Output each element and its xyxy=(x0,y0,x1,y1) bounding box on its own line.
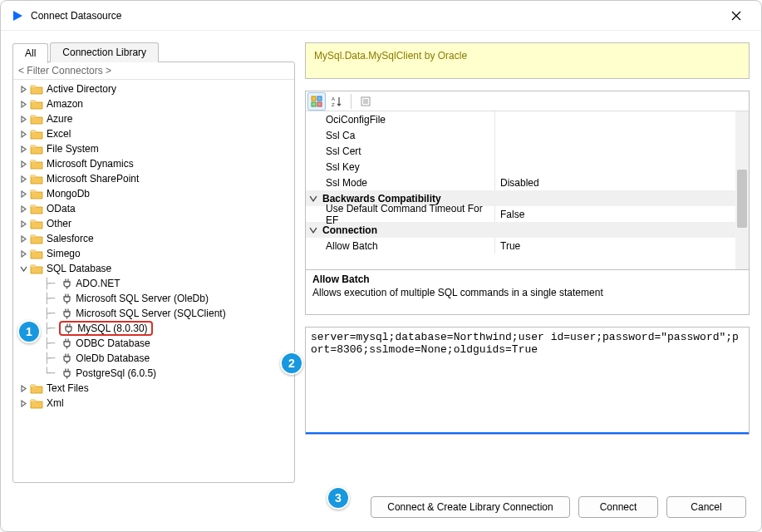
tree-folder-label: OData xyxy=(47,203,76,214)
chevron-down-icon[interactable] xyxy=(309,195,317,203)
chevron-right-icon[interactable] xyxy=(18,190,28,198)
tree-folder[interactable]: Amazon xyxy=(13,96,294,111)
chevron-right-icon[interactable] xyxy=(18,205,28,213)
property-value[interactable] xyxy=(495,111,749,127)
property-row[interactable]: Ssl Cert xyxy=(306,143,749,159)
tree-line: ├─ xyxy=(28,278,59,289)
property-category-header[interactable]: Connection xyxy=(306,222,749,238)
tree-item[interactable]: ├─ Microsoft SQL Server (SQLClient) xyxy=(13,306,294,321)
chevron-right-icon[interactable] xyxy=(18,101,28,108)
property-grid-toolbar: A Z xyxy=(306,91,749,111)
tree-folder[interactable]: File System xyxy=(13,141,294,156)
filter-connectors-input[interactable]: < Filter Connectors > xyxy=(13,62,294,80)
svg-text:Z: Z xyxy=(332,102,335,107)
tree-item[interactable]: ├─ OleDb Database xyxy=(13,351,294,366)
property-row[interactable]: Ssl Key xyxy=(306,159,749,175)
property-value[interactable] xyxy=(495,127,749,143)
titlebar: Connect Datasource xyxy=(1,1,761,31)
chevron-right-icon[interactable] xyxy=(18,220,28,228)
chevron-right-icon[interactable] xyxy=(18,385,28,392)
property-name: Ssl Cert xyxy=(306,143,495,159)
folder-icon xyxy=(30,158,43,170)
folder-icon xyxy=(30,203,43,214)
tree-folder[interactable]: Azure xyxy=(13,111,294,126)
close-button[interactable] xyxy=(721,1,751,31)
connector-tree[interactable]: Active DirectoryAmazonAzureExcelFile Sys… xyxy=(13,80,294,482)
property-row[interactable]: Allow BatchTrue xyxy=(306,238,749,254)
property-grid-scrollbar[interactable] xyxy=(735,111,749,269)
scrollbar-thumb[interactable] xyxy=(737,170,747,228)
tree-folder[interactable]: Simego xyxy=(13,246,294,261)
property-grid-container: A Z OciCon xyxy=(305,91,750,315)
tab-all[interactable]: All xyxy=(12,43,48,63)
chevron-right-icon[interactable] xyxy=(18,86,28,93)
property-row[interactable]: Use Default Command Timeout For EFFalse xyxy=(306,206,749,222)
chevron-right-icon[interactable] xyxy=(18,235,28,243)
property-value[interactable]: True xyxy=(495,238,749,254)
tree-folder[interactable]: Microsoft Dynamics xyxy=(13,156,294,171)
tree-item[interactable]: ├─ Microsoft SQL Server (OleDb) xyxy=(13,291,294,306)
tree-item-label: PostgreSql (6.0.5) xyxy=(76,367,156,379)
tree-folder[interactable]: SQL Database xyxy=(13,261,294,276)
chevron-down-icon[interactable] xyxy=(309,226,317,234)
folder-icon xyxy=(30,128,43,140)
selected-item-highlight: MySQL (8.0.30) xyxy=(59,321,152,336)
property-grid[interactable]: OciConfigFileSsl CaSsl CertSsl KeySsl Mo… xyxy=(306,111,749,269)
property-name: OciConfigFile xyxy=(306,111,495,127)
chevron-down-icon[interactable] xyxy=(18,265,28,273)
cancel-button[interactable]: Cancel xyxy=(666,496,746,518)
chevron-right-icon[interactable] xyxy=(18,175,28,183)
property-pages-button[interactable] xyxy=(356,92,375,111)
property-row[interactable]: Ssl Ca xyxy=(306,127,749,143)
tree-item-label: Microsoft SQL Server (OleDb) xyxy=(76,293,209,304)
svg-rect-4 xyxy=(317,102,322,106)
property-description: Allow Batch Allows execution of multiple… xyxy=(306,269,749,314)
plug-icon xyxy=(61,337,72,349)
tree-folder[interactable]: Text Files xyxy=(13,381,294,396)
chevron-right-icon[interactable] xyxy=(18,131,28,138)
property-row[interactable]: OciConfigFile xyxy=(306,111,749,127)
property-name: Allow Batch xyxy=(306,238,495,254)
tree-folder[interactable]: Microsoft SharePoint xyxy=(13,171,294,186)
tree-folder-label: Microsoft SharePoint xyxy=(47,173,139,185)
property-value[interactable] xyxy=(495,143,749,159)
property-row[interactable]: Ssl ModeDisabled xyxy=(306,175,749,190)
toolbar-separator xyxy=(351,94,352,109)
tree-item-label: ODBC Database xyxy=(76,337,150,349)
chevron-right-icon[interactable] xyxy=(18,145,28,153)
tree-folder[interactable]: Other xyxy=(13,216,294,231)
tree-item[interactable]: ├─ ADO.NET xyxy=(13,276,294,291)
tree-folder[interactable]: Active Directory xyxy=(13,81,294,96)
tree-item[interactable]: └─ PostgreSql (6.0.5) xyxy=(13,366,294,381)
chevron-right-icon[interactable] xyxy=(18,250,28,258)
property-name: Ssl Mode xyxy=(306,175,495,190)
tree-folder[interactable]: Excel xyxy=(13,126,294,141)
svg-marker-0 xyxy=(13,11,22,21)
tree-folder[interactable]: MongoDb xyxy=(13,186,294,201)
property-name: Ssl Ca xyxy=(306,127,495,143)
tree-item[interactable]: ├─ MySQL (8.0.30) xyxy=(13,321,294,336)
property-value[interactable]: False xyxy=(495,206,749,222)
tab-connection-library[interactable]: Connection Library xyxy=(50,42,159,62)
tree-folder[interactable]: Xml xyxy=(13,396,294,411)
property-name: Ssl Key xyxy=(306,159,495,175)
tree-folder[interactable]: Salesforce xyxy=(13,231,294,246)
categorized-view-button[interactable] xyxy=(307,92,326,111)
folder-icon xyxy=(30,188,43,200)
property-category-label: Connection xyxy=(322,224,377,236)
chevron-right-icon[interactable] xyxy=(18,400,28,407)
chevron-right-icon[interactable] xyxy=(18,116,28,123)
property-value[interactable] xyxy=(495,159,749,175)
folder-icon xyxy=(30,382,43,394)
property-name: Use Default Command Timeout For EF xyxy=(306,206,495,222)
chevron-right-icon[interactable] xyxy=(18,160,28,168)
tree-item[interactable]: ├─ ODBC Database xyxy=(13,336,294,351)
folder-icon xyxy=(30,98,43,110)
tree-folder-label: Microsoft Dynamics xyxy=(47,158,134,170)
alphabetical-view-button[interactable]: A Z xyxy=(327,92,346,111)
connect-button[interactable]: Connect xyxy=(578,496,658,518)
property-value[interactable]: Disabled xyxy=(495,175,749,190)
tree-folder[interactable]: OData xyxy=(13,201,294,216)
connection-string-input[interactable]: server=mysql;database=Northwind;user id=… xyxy=(305,327,750,435)
connect-create-library-button[interactable]: Connect & Create Library Connection xyxy=(371,496,570,518)
